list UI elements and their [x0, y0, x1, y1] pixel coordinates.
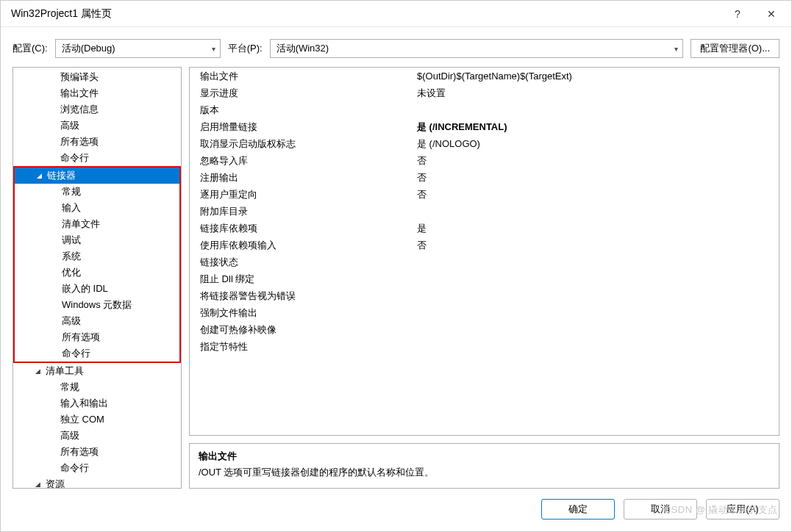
property-row[interactable]: 启用增量链接是 (/INCREMENTAL)	[190, 118, 779, 135]
tree-item-label: 命令行	[60, 461, 89, 475]
tree-item-label: 高级	[60, 429, 79, 442]
apply-button[interactable]: 应用(A)	[706, 499, 779, 520]
platform-combo[interactable]: 活动(Win32) ▾	[270, 39, 684, 58]
property-row[interactable]: 注册输出否	[190, 169, 779, 186]
config-combo[interactable]: 活动(Debug) ▾	[55, 39, 221, 58]
property-row[interactable]: 阻止 Dll 绑定	[190, 270, 779, 287]
property-dialog: Win32Project1 属性页 ? ✕ 配置(C): 活动(Debug) ▾…	[0, 0, 792, 532]
tree-item[interactable]: 所有选项	[13, 134, 181, 150]
tree-item-label: 输入	[62, 201, 81, 215]
property-name: 强制文件输出	[190, 304, 407, 321]
property-row[interactable]: 链接库依赖项是	[190, 220, 779, 237]
tree-item[interactable]: 浏览信息	[13, 101, 181, 118]
property-row[interactable]: 版本	[190, 101, 779, 118]
property-name: 链接库依赖项	[190, 220, 407, 237]
property-name: 启用增量链接	[190, 118, 407, 135]
tree-panel: 预编译头输出文件浏览信息高级所有选项命令行◢链接器常规输入清单文件调试系统优化嵌…	[13, 67, 182, 489]
tree-item[interactable]: 输入	[15, 200, 179, 216]
tree-item-label: 输入和输出	[60, 397, 108, 410]
property-row[interactable]: 将链接器警告视为错误	[190, 287, 779, 304]
property-table: 输出文件$(OutDir)$(TargetName)$(TargetExt)显示…	[190, 68, 779, 355]
property-value[interactable]: 是 (/NOLOGO)	[407, 135, 779, 152]
tree-item[interactable]: 所有选项	[15, 329, 179, 345]
tree-item-label: 清单文件	[62, 218, 100, 231]
tree-item[interactable]: 高级	[13, 118, 181, 134]
tree-item[interactable]: 命令行	[15, 345, 179, 362]
tree-item-label: 命令行	[62, 347, 90, 360]
tree-item-label: 独立 COM	[60, 413, 104, 426]
property-row[interactable]: 输出文件$(OutDir)$(TargetName)$(TargetExt)	[190, 68, 779, 85]
property-row[interactable]: 取消显示启动版权标志是 (/NOLOGO)	[190, 135, 779, 152]
property-value[interactable]	[407, 338, 779, 355]
property-row[interactable]: 指定节特性	[190, 338, 779, 355]
tree-item-label: 预编译头	[60, 71, 99, 84]
ok-button[interactable]: 确定	[541, 499, 615, 520]
property-row[interactable]: 显示进度未设置	[190, 85, 779, 101]
tree-item[interactable]: 输入和输出	[13, 395, 181, 411]
close-icon[interactable]: ✕	[754, 1, 788, 26]
tree-item[interactable]: 所有选项	[13, 444, 181, 460]
property-value[interactable]: $(OutDir)$(TargetName)$(TargetExt)	[407, 68, 779, 85]
help-panel: 输出文件 /OUT 选项可重写链接器创建的程序的默认名称和位置。	[189, 443, 779, 489]
property-value[interactable]: 是	[407, 220, 779, 237]
tree-item[interactable]: 优化	[15, 265, 179, 281]
property-row[interactable]: 强制文件输出	[190, 304, 779, 321]
highlight-box: ◢链接器常规输入清单文件调试系统优化嵌入的 IDLWindows 元数据高级所有…	[13, 166, 181, 363]
property-value[interactable]	[407, 321, 779, 338]
property-row[interactable]: 创建可热修补映像	[190, 321, 779, 338]
tree-item[interactable]: 独立 COM	[13, 411, 181, 428]
help-title: 输出文件	[199, 450, 770, 463]
tree-item-label: 系统	[62, 250, 81, 263]
property-row[interactable]: 链接状态	[190, 254, 779, 270]
property-value[interactable]: 否	[407, 169, 779, 186]
tree-group-manifest[interactable]: ◢清单工具	[13, 363, 181, 379]
tree-item[interactable]: 高级	[15, 313, 179, 329]
property-value[interactable]: 否	[407, 152, 779, 169]
property-name: 指定节特性	[190, 338, 407, 355]
tree-item[interactable]: 预编译头	[13, 69, 181, 85]
tree-item[interactable]: 命令行	[13, 460, 181, 476]
tree-item-label: 调试	[62, 234, 81, 247]
tree-item[interactable]: 常规	[15, 184, 179, 200]
property-value[interactable]	[407, 101, 779, 118]
property-value[interactable]: 否	[407, 237, 779, 254]
tree-item[interactable]: 清单文件	[15, 216, 179, 232]
property-value[interactable]: 未设置	[407, 85, 779, 101]
property-value[interactable]: 否	[407, 186, 779, 203]
tree-item[interactable]: 高级	[13, 428, 181, 444]
tree-group-linker[interactable]: ◢链接器	[15, 168, 179, 184]
property-value[interactable]	[407, 304, 779, 321]
property-value[interactable]	[407, 287, 779, 304]
config-label: 配置(C):	[13, 42, 48, 55]
property-value[interactable]	[407, 254, 779, 270]
window-title: Win32Project1 属性页	[11, 7, 721, 21]
property-name: 版本	[190, 101, 407, 118]
property-name: 附加库目录	[190, 203, 407, 220]
tree-scroll[interactable]: 预编译头输出文件浏览信息高级所有选项命令行◢链接器常规输入清单文件调试系统优化嵌…	[13, 68, 181, 488]
cancel-button[interactable]: 取消	[624, 499, 697, 520]
tree-item-label: 高级	[62, 314, 81, 328]
tree-group-resource[interactable]: ◢资源	[13, 476, 181, 488]
property-value[interactable]	[407, 270, 779, 287]
tree-item[interactable]: 系统	[15, 248, 179, 265]
tree-item[interactable]: 命令行	[13, 150, 181, 166]
tree-item[interactable]: 常规	[13, 379, 181, 395]
tree-item-label: 常规	[60, 381, 79, 394]
tree-item[interactable]: 调试	[15, 232, 179, 248]
property-value[interactable]	[407, 203, 779, 220]
config-manager-button[interactable]: 配置管理器(O)...	[691, 39, 779, 58]
property-name: 显示进度	[190, 85, 407, 101]
property-value[interactable]: 是 (/INCREMENTAL)	[407, 118, 779, 135]
property-row[interactable]: 忽略导入库否	[190, 152, 779, 169]
tree-item[interactable]: 嵌入的 IDL	[15, 281, 179, 297]
tree-item-label: Windows 元数据	[62, 298, 132, 312]
tree-item-label: 所有选项	[62, 331, 100, 344]
platform-value: 活动(Win32)	[277, 42, 329, 55]
property-row[interactable]: 逐用户重定向否	[190, 186, 779, 203]
property-row[interactable]: 使用库依赖项输入否	[190, 237, 779, 254]
tree-item[interactable]: 输出文件	[13, 85, 181, 101]
help-icon[interactable]: ?	[721, 1, 754, 26]
property-row[interactable]: 附加库目录	[190, 203, 779, 220]
body: 预编译头输出文件浏览信息高级所有选项命令行◢链接器常规输入清单文件调试系统优化嵌…	[1, 67, 791, 489]
tree-item[interactable]: Windows 元数据	[15, 297, 179, 313]
